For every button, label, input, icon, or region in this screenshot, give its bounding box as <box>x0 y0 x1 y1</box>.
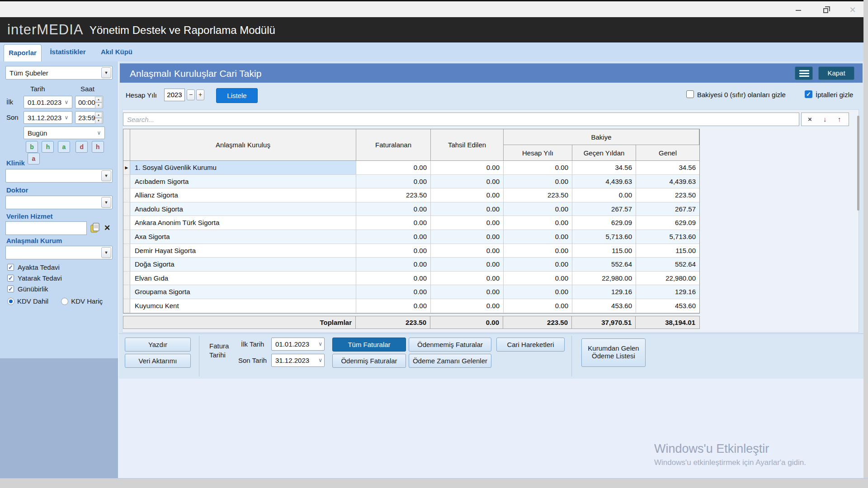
kurumdan-gelen-odeme-listesi-button[interactable]: Kurumdan Gelen Ödeme Listesi <box>581 338 646 367</box>
cell-gecen-yildan[interactable]: 552.64 <box>572 258 636 272</box>
clear-service-icon[interactable]: ✕ <box>104 223 110 233</box>
restore-button[interactable] <box>816 4 835 16</box>
klinik-select[interactable]: ▼ <box>5 169 113 183</box>
cell-faturalanan[interactable]: 0.00 <box>356 175 431 189</box>
verilen-hizmet-input[interactable] <box>5 221 87 235</box>
cell-tahsil[interactable]: 0.00 <box>431 202 504 216</box>
cell-gecen-yildan[interactable]: 0.00 <box>572 188 636 202</box>
table-row[interactable]: Anadolu Sigorta0.000.000.00267.57267.57 <box>123 202 699 216</box>
cell-genel[interactable]: 34.56 <box>636 161 699 175</box>
ilk-date-picker[interactable]: 01.01.2023 ∨ <box>24 96 72 108</box>
year-minus-button[interactable]: − <box>187 89 195 100</box>
row-gutter[interactable] <box>123 285 130 299</box>
son-tarih-picker[interactable]: 31.12.2023 ∨ <box>271 354 325 367</box>
cell-tahsil[interactable]: 0.00 <box>431 299 504 313</box>
row-gutter[interactable] <box>123 216 130 230</box>
cell-kurulus[interactable]: Demir Hayat Sigorta <box>130 244 356 258</box>
quick-button-d2[interactable]: d <box>75 141 88 153</box>
listele-button[interactable]: Listele <box>216 88 258 103</box>
spin-up-icon[interactable]: ▲ <box>95 112 102 118</box>
table-row[interactable]: Allianz Sigorta223.500.00223.500.00223.5… <box>123 188 699 202</box>
table-row[interactable]: Kuyumcu Kent0.000.000.00453.60453.60 <box>123 299 699 313</box>
odenmemis-faturalar-button[interactable]: Ödenmemiş Faturalar <box>409 338 491 352</box>
cell-tahsil[interactable]: 0.00 <box>431 175 504 189</box>
cell-faturalanan[interactable]: 0.00 <box>356 244 431 258</box>
kapat-button[interactable]: Kapat <box>818 66 854 80</box>
tum-faturalar-button[interactable]: Tüm Faturalar <box>332 338 406 352</box>
header-faturalanan[interactable]: Faturalanan <box>356 129 431 161</box>
cell-gecen-yildan[interactable]: 129.16 <box>572 285 636 299</box>
cell-hesap-yili[interactable]: 0.00 <box>504 216 572 230</box>
cell-faturalanan[interactable]: 0.00 <box>356 161 431 175</box>
cell-kurulus[interactable]: 1. Sosyal Güvenlik Kurumu <box>130 161 356 175</box>
cell-tahsil[interactable]: 0.00 <box>431 272 504 286</box>
tab-raporlar[interactable]: Raporlar <box>4 44 42 61</box>
cell-gecen-yildan[interactable]: 453.60 <box>572 299 636 313</box>
ilk-tarih-picker[interactable]: 01.01.2023 ∨ <box>271 338 325 351</box>
cell-tahsil[interactable]: 0.00 <box>431 161 504 175</box>
cell-gecen-yildan[interactable]: 34.56 <box>572 161 636 175</box>
row-gutter[interactable] <box>123 230 130 244</box>
cell-faturalanan[interactable]: 223.50 <box>356 188 431 202</box>
cell-faturalanan[interactable]: 0.00 <box>356 299 431 313</box>
search-up-icon[interactable]: ↑ <box>838 113 841 126</box>
grid-scrollbar[interactable] <box>857 116 859 211</box>
cell-hesap-yili[interactable]: 223.50 <box>504 188 572 202</box>
cell-kurulus[interactable]: Kuyumcu Kent <box>130 299 356 313</box>
cari-hareketleri-button[interactable]: Cari Hareketleri <box>496 338 565 352</box>
header-bakiye[interactable]: Bakiye <box>504 129 699 145</box>
tab-istatistikler[interactable]: İstatistikler <box>46 42 90 61</box>
quick-button-a1[interactable]: a <box>58 141 70 153</box>
cell-gecen-yildan[interactable]: 267.57 <box>572 202 636 216</box>
quick-button-b1[interactable]: b <box>26 141 38 153</box>
odenmis-faturalar-button[interactable]: Ödenmiş Faturalar <box>332 354 406 368</box>
table-row[interactable]: Doğa Sigorta0.000.000.00552.64552.64 <box>123 258 699 272</box>
chevron-down-icon[interactable]: ▼ <box>101 197 111 208</box>
cell-hesap-yili[interactable]: 0.00 <box>504 285 572 299</box>
spin-down-icon[interactable]: ▼ <box>95 103 102 108</box>
chevron-down-icon[interactable]: ▼ <box>101 247 111 258</box>
cell-hesap-yili[interactable]: 0.00 <box>504 175 572 189</box>
cell-kurulus[interactable]: Allianz Sigorta <box>130 188 356 202</box>
cell-genel[interactable]: 267.57 <box>636 202 699 216</box>
table-row[interactable]: Groupama Sigorta0.000.000.00129.16129.16 <box>123 285 699 299</box>
cell-hesap-yili[interactable]: 0.00 <box>504 258 572 272</box>
kdv-dahil-label[interactable]: KDV Dahil <box>17 297 48 305</box>
cell-faturalanan[interactable]: 0.00 <box>356 216 431 230</box>
kdv-haric-label[interactable]: KDV Hariç <box>71 297 103 305</box>
row-gutter[interactable] <box>123 175 130 189</box>
header-genel[interactable]: Genel <box>636 145 699 161</box>
cell-kurulus[interactable]: Ankara Anonim Türk Sigorta <box>130 216 356 230</box>
cell-tahsil[interactable]: 0.00 <box>431 258 504 272</box>
menu-button[interactable] <box>795 66 813 80</box>
cell-genel[interactable]: 115.00 <box>636 244 699 258</box>
clear-search-icon[interactable]: × <box>808 113 812 126</box>
hesap-yili-value[interactable]: 2023 <box>164 89 185 101</box>
service-picker-icon[interactable] <box>90 222 100 233</box>
yazdir-button[interactable]: Yazdır <box>125 338 191 352</box>
son-time-spinner[interactable]: 23:59 ▲▼ <box>75 111 103 124</box>
cell-genel[interactable]: 22,980.00 <box>636 272 699 286</box>
cell-tahsil[interactable]: 0.00 <box>431 216 504 230</box>
cell-genel[interactable]: 4,439.63 <box>636 175 699 189</box>
cell-kurulus[interactable]: Doğa Sigorta <box>130 258 356 272</box>
checkbox-gunubirlik[interactable]: ✓ Günübirlik <box>7 284 62 294</box>
branch-select[interactable]: Tüm Şubeler ▼ <box>5 66 113 80</box>
row-gutter[interactable] <box>123 299 130 313</box>
chevron-down-icon[interactable]: ∨ <box>63 96 70 108</box>
son-date-picker[interactable]: 31.12.2023 ∨ <box>24 111 72 124</box>
cell-hesap-yili[interactable]: 0.00 <box>504 161 572 175</box>
chevron-down-icon[interactable]: ▼ <box>101 170 111 181</box>
quick-button-h1[interactable]: h <box>42 141 54 153</box>
hide-cancelled-checkbox[interactable]: ✓ <box>805 90 812 98</box>
cell-faturalanan[interactable]: 0.00 <box>356 285 431 299</box>
cell-genel[interactable]: 453.60 <box>636 299 699 313</box>
cell-genel[interactable]: 552.64 <box>636 258 699 272</box>
odeme-zamani-gelenler-button[interactable]: Ödeme Zamanı Gelenler <box>409 354 491 368</box>
tab-akil-kupu[interactable]: Akıl Küpü <box>97 42 137 61</box>
row-gutter[interactable] <box>123 202 130 216</box>
anlasmali-kurum-select[interactable]: ▼ <box>5 246 113 259</box>
chevron-down-icon[interactable]: ∨ <box>318 354 322 366</box>
cell-hesap-yili[interactable]: 0.00 <box>504 272 572 286</box>
cell-gecen-yildan[interactable]: 4,439.63 <box>572 175 636 189</box>
